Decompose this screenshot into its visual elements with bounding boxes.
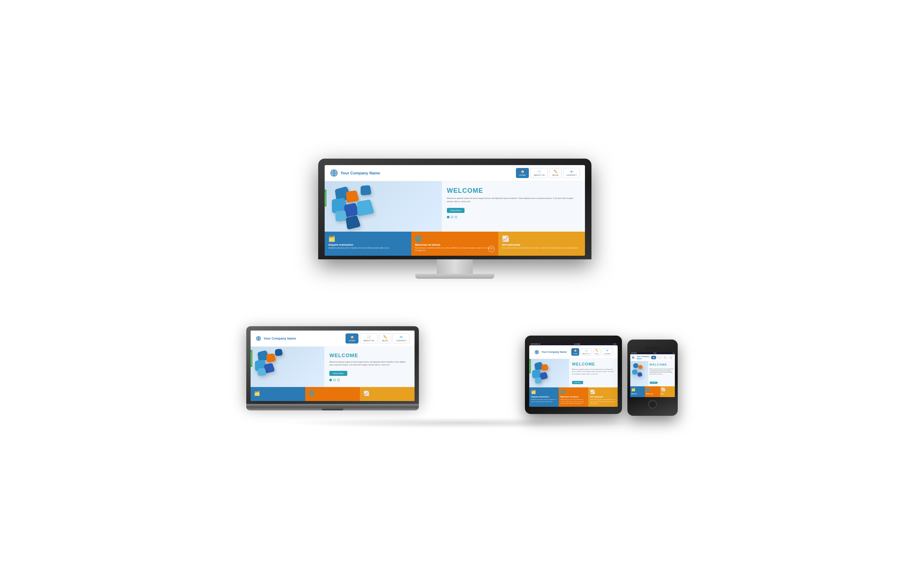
scene: Your Company Name 🏠 HOME 📄 ABOUT US bbox=[246, 159, 678, 428]
phone-feature-card-2: 🌐 Maecenas bbox=[645, 386, 660, 397]
phone-screen: NETWORK 12:32 ▮ Your Company Name bbox=[630, 352, 675, 397]
tablet-logo: Your Company Name bbox=[534, 350, 567, 355]
phone-feature-icon-2: 🌐 bbox=[646, 388, 659, 391]
monitor-hero: FEEDBACK bbox=[325, 181, 585, 231]
laptop-frame: Your Company Name 🏠 HOME 📄 ABOUT US bbox=[246, 326, 419, 404]
nav-about[interactable]: 📄 ABOUT US bbox=[530, 168, 548, 178]
tablet-globe-icon bbox=[534, 350, 539, 355]
tile-5 bbox=[335, 210, 347, 222]
feature-card-3: 📈 Sed malesuada Cras in rhoncus odio, qu… bbox=[498, 231, 585, 256]
blog-icon: ✏️ bbox=[554, 170, 558, 174]
laptop-globe-icon bbox=[256, 336, 261, 341]
hero-dots bbox=[447, 216, 580, 218]
phone-read-more-button[interactable]: Read More bbox=[650, 382, 658, 384]
tablet-feature-card-1: 🗂️ Aliquam eratvolution Vestibulum ante … bbox=[529, 387, 559, 407]
laptop-feature-icon-1: 🗂️ bbox=[254, 390, 302, 396]
phone-home-button[interactable] bbox=[648, 400, 657, 408]
tablet-screen: Your Company Name 🏠 HOME 📄 ABOUT US bbox=[529, 345, 618, 407]
phone-feature-card-3: 📈 Sed bbox=[660, 386, 675, 397]
laptop-hero-dots bbox=[329, 379, 409, 381]
phone: NETWORK 12:32 ▮ Your Company Name bbox=[627, 339, 678, 416]
monitor-features: 🗂️ Aliquam eratvolution Vestibulum ante … bbox=[325, 231, 585, 256]
home-icon: 🏠 bbox=[521, 170, 525, 174]
p-tile-4 bbox=[637, 372, 642, 377]
laptop-features: 🗂️ 🌐 📈 bbox=[251, 387, 414, 401]
phone-feature-icon-3: 📈 bbox=[661, 388, 674, 391]
tablet-feature-card-3: 📈 Sed malesuada Cras in rhoncus odio, qu… bbox=[588, 387, 618, 407]
feature-card-1: 🗂️ Aliquam eratvolution Vestibulum ante … bbox=[325, 231, 411, 256]
tablet-feature-title-2: Maecenas vel dictum bbox=[561, 396, 586, 398]
laptop-read-more-button[interactable]: Read More bbox=[329, 371, 347, 376]
laptop-feature-icon-3: 📈 bbox=[363, 390, 411, 396]
phone-hero: WELCOME Maecenas egestas sapien sit amet… bbox=[630, 361, 675, 386]
laptop-feature-card-3: 📈 bbox=[360, 387, 414, 401]
phone-logo-text: Your Company Name bbox=[637, 356, 651, 360]
tablet-logo-text: Your Company Name bbox=[541, 351, 567, 353]
phone-nav-home[interactable]: 🏠 bbox=[651, 356, 656, 359]
phone-blog-icon: ✏️ bbox=[664, 356, 666, 359]
phone-hero-title: WELCOME bbox=[650, 363, 673, 366]
tablet-nav-blog[interactable]: ✏️ BLOG bbox=[593, 348, 601, 356]
monitor-hero-image: FEEDBACK bbox=[325, 181, 442, 231]
tablet-nav: 🏠 HOME 📄 ABOUT US ✏️ BLOG 📧 bbox=[571, 348, 613, 356]
laptop-tile-6 bbox=[275, 349, 283, 356]
laptop-nav-contact[interactable]: 📧 CONTACT bbox=[393, 333, 409, 344]
laptop-nav-home[interactable]: 🏠 HOME bbox=[345, 333, 358, 344]
phone-feature-title-1: Aliquam bbox=[631, 393, 644, 395]
feature-text-3: Cras in rhoncus odio, quis lacinia liber… bbox=[502, 247, 581, 250]
laptop-base bbox=[246, 404, 419, 410]
phone-hero-image bbox=[630, 361, 648, 386]
tablet-feature-title-1: Aliquam eratvolution bbox=[531, 396, 557, 398]
phone-features: 🗂️ Aliquam 🌐 Maecenas 📈 Sed bbox=[630, 386, 675, 397]
laptop: Your Company Name 🏠 HOME 📄 ABOUT US bbox=[246, 326, 419, 410]
p-tile-2 bbox=[638, 365, 643, 369]
laptop-hero-tiles bbox=[251, 347, 324, 387]
tablet-blog-icon: ✏️ bbox=[596, 349, 599, 352]
feature-arrow-2[interactable]: → bbox=[488, 246, 495, 252]
laptop-contact-icon: 📧 bbox=[399, 335, 403, 339]
nav-blog[interactable]: ✏️ BLOG bbox=[549, 168, 562, 178]
monitor-stand-neck bbox=[437, 259, 473, 274]
nav-home[interactable]: 🏠 HOME bbox=[516, 168, 529, 178]
globe-icon bbox=[330, 169, 338, 177]
phone-frame: NETWORK 12:32 ▮ Your Company Name bbox=[627, 339, 678, 416]
laptop-nav-blog[interactable]: ✏️ BLOG bbox=[379, 333, 391, 344]
tablet-status-bar: NETWORK 3G 11:05 AM 51% bbox=[529, 343, 618, 345]
tablet-nav-contact[interactable]: 📧 CONTACT bbox=[602, 348, 613, 356]
tablet-frame: NETWORK 3G 11:05 AM 51% Your Company Nam… bbox=[525, 336, 622, 414]
dot-2 bbox=[451, 216, 454, 218]
laptop-screen: Your Company Name 🏠 HOME 📄 ABOUT US bbox=[251, 331, 414, 401]
tablet-feature-title-3: Sed malesuada bbox=[590, 396, 616, 398]
tablet-contact-icon: 📧 bbox=[606, 349, 609, 352]
tablet-feature-icon-3: 📈 bbox=[590, 390, 616, 394]
phone-nav-about[interactable]: 📄 bbox=[657, 356, 662, 359]
monitor-nav: 🏠 HOME 📄 ABOUT US ✏️ BLOG 📧 bbox=[516, 168, 580, 178]
tablet-hero-image: FEEDBACK bbox=[529, 359, 569, 387]
phone-about-icon: 📄 bbox=[658, 356, 660, 359]
feature-card-2: 🌐 Maecenas vel dictum Nulla odio purus, … bbox=[411, 231, 498, 256]
laptop-logo-text: Your Company Name bbox=[264, 337, 296, 340]
monitor-stand-base bbox=[415, 274, 494, 279]
tablet-nav-about[interactable]: 📄 ABOUT US bbox=[581, 348, 591, 356]
phone-feature-card-1: 🗂️ Aliquam bbox=[630, 386, 645, 397]
laptop-nav: 🏠 HOME 📄 ABOUT US ✏️ BLOG 📧 bbox=[345, 333, 409, 344]
phone-hero-content: WELCOME Maecenas egestas sapien sit amet… bbox=[648, 361, 675, 386]
phone-nav-contact[interactable]: 📧 bbox=[668, 356, 673, 359]
tablet-feature-text-1: Vestibulum ante ipsum primis in faucibus… bbox=[531, 399, 557, 403]
hero-title: WELCOME bbox=[447, 187, 580, 195]
laptop-hero-image: FEEDBACK bbox=[251, 347, 324, 387]
nav-contact[interactable]: 📧 CONTACT bbox=[563, 168, 580, 178]
laptop-tile-5 bbox=[258, 368, 266, 376]
tablet-hero-content: WELCOME Maecenas egestas sapien sit amet… bbox=[569, 359, 618, 387]
phone-nav-blog[interactable]: ✏️ bbox=[663, 356, 668, 359]
tablet-read-more-button[interactable]: Read More bbox=[572, 381, 584, 384]
laptop-dot-1 bbox=[329, 379, 332, 381]
tablet-feature-text-2: Nulla odio purus, hendrerit ut facilisis… bbox=[561, 399, 586, 405]
tablet-about-icon: 📄 bbox=[585, 349, 588, 352]
monitor-frame: Your Company Name 🏠 HOME 📄 ABOUT US bbox=[318, 159, 591, 259]
tablet-nav-home[interactable]: 🏠 HOME bbox=[571, 348, 579, 356]
tablet: NETWORK 3G 11:05 AM 51% Your Company Nam… bbox=[525, 336, 622, 414]
laptop-nav-about[interactable]: 📄 ABOUT US bbox=[360, 333, 378, 344]
laptop-tile-2 bbox=[266, 353, 277, 363]
read-more-button[interactable]: Read More bbox=[447, 208, 465, 213]
